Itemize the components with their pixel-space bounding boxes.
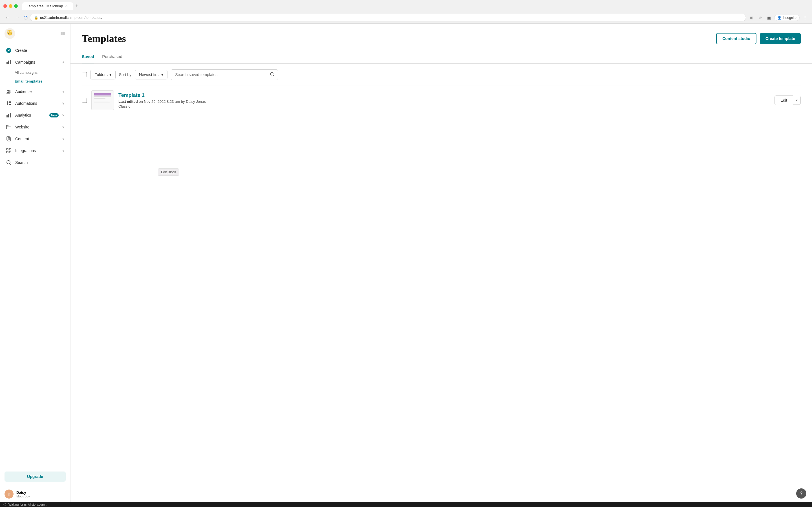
loading-spinner — [24, 16, 28, 20]
incognito-label: Incognito — [783, 16, 797, 20]
user-details: Daisy Mood Joy — [16, 490, 30, 498]
main-content: Templates Content studio Create template… — [70, 24, 812, 502]
sidebar-subitem-email-templates[interactable]: Email templates — [0, 77, 70, 86]
toolbar: Folders ▾ Sort by Newest first ▾ — [70, 64, 812, 86]
header-actions: Content studio Create template — [716, 33, 801, 44]
sidebar-item-analytics[interactable]: Analytics New ∨ — [1, 109, 69, 121]
svg-point-12 — [7, 90, 9, 92]
template-meta: Last edited on Nov 29, 2022 8:23 am by D… — [118, 100, 770, 104]
close-window-button[interactable] — [3, 4, 7, 8]
folders-dropdown[interactable]: Folders ▾ — [90, 70, 116, 79]
create-template-button[interactable]: Create template — [760, 33, 801, 44]
sort-value: Newest first — [139, 72, 160, 77]
svg-rect-6 — [61, 32, 63, 35]
sidebar-item-automations[interactable]: Automations ∨ — [1, 98, 69, 109]
website-arrow-icon: ∨ — [62, 125, 64, 129]
minimize-window-button[interactable] — [9, 4, 12, 8]
browser-tab[interactable]: Templates | Mailchimp ✕ — [22, 2, 73, 10]
analytics-icon — [6, 112, 12, 118]
sidebar-item-integrations-label: Integrations — [15, 149, 59, 153]
analytics-arrow-icon: ∨ — [62, 113, 64, 117]
integrations-arrow-icon: ∨ — [62, 149, 64, 153]
status-text: Waiting for rs.fullstory.com... — [8, 503, 47, 506]
tab-bar: Templates | Mailchimp ✕ + — [22, 2, 809, 10]
sidebar-header — [0, 24, 70, 45]
status-spinner — [3, 503, 6, 506]
menu-button[interactable]: ⋮ — [801, 14, 809, 21]
sidebar-subitem-all-campaigns[interactable]: All campaigns — [0, 68, 70, 77]
analytics-badge: New — [49, 113, 59, 117]
incognito-badge: 👤 Incognito — [774, 15, 800, 21]
content-icon — [6, 136, 12, 142]
sidebar-item-content[interactable]: Content ∨ — [1, 133, 69, 145]
user-info[interactable]: D Daisy Mood Joy — [0, 486, 70, 502]
svg-rect-7 — [63, 32, 65, 35]
automations-arrow-icon: ∨ — [62, 101, 64, 105]
bookmark-button[interactable]: ☆ — [757, 14, 764, 21]
search-input[interactable] — [171, 70, 266, 79]
address-text: us21.admin.mailchimp.com/templates/ — [40, 15, 102, 20]
svg-rect-16 — [7, 104, 8, 105]
svg-rect-44 — [94, 101, 108, 101]
template-checkbox[interactable] — [82, 98, 87, 103]
new-tab-button[interactable]: + — [73, 3, 81, 9]
logo — [4, 28, 15, 40]
folders-label: Folders — [94, 72, 108, 77]
automations-icon — [6, 100, 12, 107]
content-studio-button[interactable]: Content studio — [716, 33, 756, 44]
status-bar: Waiting for rs.fullstory.com... — [0, 502, 812, 507]
main-header: Templates Content studio Create template — [70, 24, 812, 50]
svg-rect-43 — [94, 100, 111, 100]
tab-close-icon[interactable]: ✕ — [65, 4, 68, 8]
audience-arrow-icon: ∨ — [62, 90, 64, 94]
address-bar[interactable]: 🔒 us21.admin.mailchimp.com/templates/ — [30, 14, 746, 21]
edit-dropdown-button[interactable]: ▾ — [793, 96, 801, 105]
svg-rect-33 — [6, 151, 8, 153]
content-arrow-icon: ∨ — [62, 137, 64, 141]
sidebar-item-integrations[interactable]: Integrations ∨ — [1, 145, 69, 157]
svg-line-38 — [273, 75, 274, 76]
svg-line-36 — [10, 164, 11, 165]
sidebar-item-create[interactable]: Create — [1, 45, 69, 56]
sort-by-label: Sort by — [119, 72, 132, 77]
user-icon: 👤 — [777, 16, 781, 20]
search-submit-button[interactable] — [266, 69, 278, 80]
traffic-lights — [3, 4, 18, 8]
user-status: Mood Joy — [16, 495, 30, 498]
sidebar-bottom: Upgrade — [0, 467, 70, 486]
maximize-window-button[interactable] — [14, 4, 18, 8]
svg-rect-9 — [6, 62, 8, 64]
svg-rect-22 — [10, 113, 11, 117]
forward-button[interactable]: → — [13, 14, 21, 21]
sidebar-item-audience[interactable]: Audience ∨ — [1, 86, 69, 98]
sidebar-toggle-button[interactable] — [60, 31, 66, 38]
last-edited-label: Last edited — [118, 100, 138, 104]
tab-saved[interactable]: Saved — [82, 50, 94, 63]
template-name[interactable]: Template 1 — [118, 93, 770, 98]
website-icon — [6, 124, 12, 130]
svg-point-5 — [11, 32, 11, 32]
back-button[interactable]: ← — [3, 14, 11, 21]
folders-chevron-icon: ▾ — [109, 72, 111, 77]
search-box — [171, 69, 278, 80]
svg-rect-20 — [6, 115, 8, 117]
integrations-icon — [6, 148, 12, 154]
sidebar-item-website[interactable]: Website ∨ — [1, 121, 69, 133]
svg-point-4 — [8, 32, 9, 32]
sidebar-item-website-label: Website — [15, 125, 59, 129]
cast-button[interactable]: ⊞ — [748, 14, 755, 21]
sidebar-button[interactable]: ▣ — [765, 14, 772, 21]
sidebar-item-campaigns[interactable]: Campaigns ∧ — [1, 56, 69, 68]
avatar: D — [4, 490, 13, 499]
campaigns-icon — [6, 59, 12, 65]
sidebar-item-search[interactable]: Search — [1, 157, 69, 168]
svg-rect-10 — [8, 61, 9, 64]
edit-button[interactable]: Edit — [774, 96, 793, 105]
select-all-checkbox[interactable] — [82, 72, 87, 77]
help-button[interactable]: ? — [796, 489, 806, 499]
upgrade-button[interactable]: Upgrade — [4, 471, 66, 482]
svg-rect-11 — [10, 60, 11, 64]
template-list: Template 1 Last edited on Nov 29, 2022 8… — [70, 86, 812, 115]
sort-dropdown[interactable]: Newest first ▾ — [135, 70, 167, 79]
tab-purchased[interactable]: Purchased — [102, 50, 122, 63]
